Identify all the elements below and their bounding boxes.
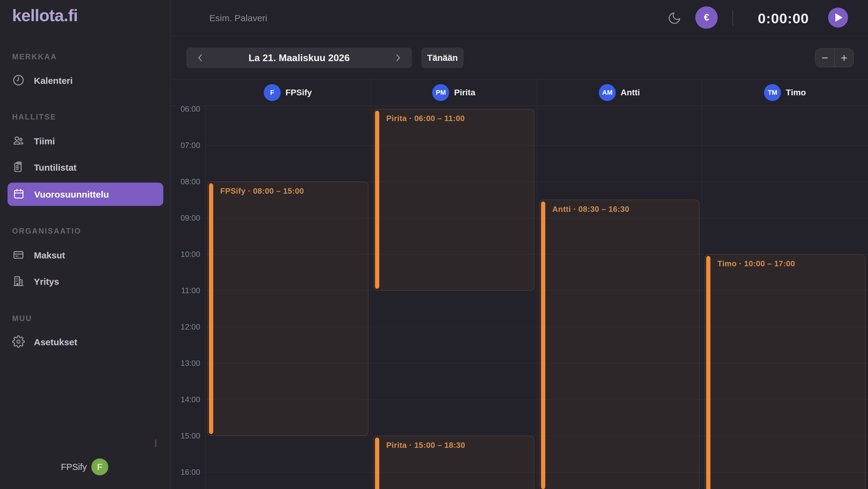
event-label: Antti · 08:30 – 16:30 — [552, 205, 629, 214]
sidebar-section-organisaatio: ORGANISAATIO — [12, 227, 81, 235]
column-divider — [205, 106, 206, 489]
sidebar-item-label: Asetukset — [34, 337, 77, 347]
time-label: 15:00 — [171, 431, 200, 440]
credit-card-icon — [12, 249, 25, 262]
topbar: Esim. Palaveri € 0:00:00 — [171, 0, 868, 36]
prev-day-button[interactable] — [195, 53, 206, 63]
current-user-avatar[interactable]: F — [91, 458, 108, 476]
sidebar-item-label: Vuorosuunnittelu — [34, 189, 109, 199]
event-accent-bar — [375, 111, 379, 289]
time-label: 16:00 — [171, 467, 200, 477]
building-icon — [12, 275, 25, 289]
zoom-in-button[interactable]: + — [835, 49, 854, 67]
timer-display: 0:00:00 — [757, 10, 809, 26]
sidebar-item-label: Maksut — [34, 250, 65, 261]
play-icon — [835, 13, 843, 22]
column-header-timo: TM Timo — [702, 79, 868, 106]
current-user-name: FPSify — [61, 462, 87, 472]
gear-icon — [12, 335, 25, 349]
moon-icon[interactable] — [668, 11, 681, 26]
hour-gridline — [205, 109, 868, 109]
avatar: AM — [599, 84, 616, 101]
avatar: TM — [764, 84, 781, 101]
users-icon — [12, 134, 25, 148]
sidebar: kellota.fi MERKKAA Kalenteri HALLITSE Ti… — [0, 0, 171, 489]
shift-event-timo[interactable]: Timo · 10:00 – 17:00 — [704, 254, 866, 489]
event-label: Pirita · 06:00 – 11:00 — [386, 114, 465, 123]
event-accent-bar — [375, 437, 379, 489]
time-label: 08:00 — [171, 177, 200, 186]
sidebar-item-label: Tuntilistat — [34, 163, 76, 173]
column-name: Antti — [621, 88, 640, 97]
sidebar-item-label: Kalenteri — [34, 76, 72, 86]
sidebar-item-label: Tiimi — [34, 136, 55, 146]
time-label: 12:00 — [171, 322, 200, 332]
avatar: PM — [432, 84, 449, 101]
shift-event-antti[interactable]: Antti · 08:30 – 16:30 — [539, 200, 700, 489]
column-divider — [537, 79, 537, 489]
hour-gridline — [205, 145, 868, 146]
sidebar-item-tuntilistat[interactable]: Tuntilistat — [12, 159, 76, 177]
calendar-icon — [12, 187, 25, 201]
event-accent-bar — [541, 202, 545, 489]
current-date-label[interactable]: La 21. Maaliskuu 2026 — [249, 52, 350, 63]
clipboard-icon — [12, 161, 25, 175]
sidebar-section-merkkaa: MERKKAA — [12, 52, 57, 61]
zoom-out-button[interactable]: − — [815, 49, 835, 67]
sidebar-item-vuorosuunnittelu[interactable]: Vuorosuunnittelu — [7, 183, 163, 206]
sidebar-item-yritys[interactable]: Yritys — [12, 272, 59, 291]
time-label: 14:00 — [171, 395, 200, 404]
app-logo[interactable]: kellota.fi — [12, 5, 78, 25]
column-name: Timo — [786, 88, 806, 97]
date-navigator: La 21. Maaliskuu 2026 — [186, 48, 412, 68]
sidebar-section-muu: MUU — [12, 314, 32, 323]
sidebar-item-label: Yritys — [34, 277, 59, 287]
column-name: FPSify — [285, 88, 312, 97]
time-label: 13:00 — [171, 358, 200, 368]
column-divider — [702, 79, 702, 489]
sidebar-section-hallitse: HALLITSE — [12, 113, 56, 121]
event-label: Pirita · 15:00 – 18:30 — [386, 440, 465, 450]
event-label: Timo · 10:00 – 17:00 — [717, 259, 795, 268]
shift-event-fpsify[interactable]: FPSify · 08:00 – 15:00 — [207, 181, 368, 436]
next-day-button[interactable] — [393, 53, 403, 63]
event-accent-bar — [209, 183, 213, 434]
billable-toggle-button[interactable]: € — [695, 6, 718, 29]
shift-event-pirita-evening[interactable]: Pirita · 15:00 – 18:30 — [373, 436, 534, 489]
schedule-grid[interactable]: 06:00 07:00 08:00 09:00 10:00 11:00 12:0… — [171, 79, 868, 489]
clock-icon — [12, 74, 25, 88]
calendar-header: F FPSify PM Pirita AM Antti TM Timo — [171, 79, 868, 106]
sidebar-item-kalenteri[interactable]: Kalenteri — [12, 72, 72, 90]
sidebar-item-tiimi[interactable]: Tiimi — [12, 132, 55, 150]
topbar-divider — [733, 10, 733, 26]
sidebar-scroll-marker — [155, 439, 156, 447]
today-button[interactable]: Tänään — [421, 48, 464, 68]
column-header-pirita: PM Pirita — [371, 79, 537, 106]
column-name: Pirita — [454, 88, 475, 97]
zoom-control: − + — [815, 49, 854, 67]
time-label: 10:00 — [171, 250, 200, 259]
shift-event-pirita-morning[interactable]: Pirita · 06:00 – 11:00 — [373, 109, 534, 290]
sidebar-item-asetukset[interactable]: Asetukset — [12, 333, 77, 351]
column-header-fpsify: F FPSify — [205, 79, 371, 106]
column-divider — [371, 79, 371, 489]
time-label: 07:00 — [171, 141, 200, 150]
time-label: 11:00 — [171, 286, 200, 295]
sidebar-item-maksut[interactable]: Maksut — [12, 246, 65, 264]
start-timer-button[interactable] — [828, 7, 848, 28]
task-description-input[interactable]: Esim. Palaveri — [209, 13, 361, 23]
time-label: 09:00 — [171, 213, 200, 223]
event-accent-bar — [706, 256, 710, 489]
event-label: FPSify · 08:00 – 15:00 — [220, 186, 304, 196]
avatar: F — [264, 84, 281, 101]
column-header-antti: AM Antti — [537, 79, 702, 106]
